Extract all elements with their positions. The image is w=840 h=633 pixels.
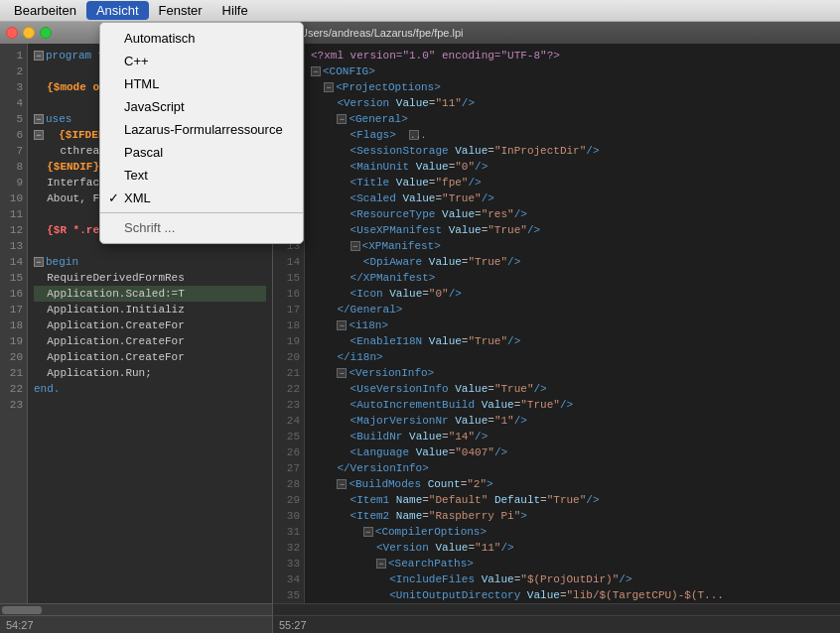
xml-line-7: <SessionStorage Value="InProjectDir"/> — [311, 143, 834, 159]
close-button[interactable] — [6, 27, 18, 39]
xml-line-21: −<VersionInfo> — [311, 365, 834, 381]
code-line-14: −begin — [34, 254, 266, 270]
code-line-19: Application.CreateFor — [34, 333, 266, 349]
xml-line-13: −<XPManifest> — [311, 238, 834, 254]
xml-cursor-pos: 55:27 — [279, 619, 307, 631]
dropdown-separator — [100, 212, 303, 213]
xml-line-30: <Item2 Name="Raspberry Pi"> — [311, 508, 834, 524]
xml-line-6: <Flags> ... — [311, 127, 834, 143]
xml-line-15: </XPManifest> — [311, 270, 834, 286]
menu-bearbeiten[interactable]: Bearbeiten — [4, 1, 86, 20]
xml-line-22: <UseVersionInfo Value="True"/> — [311, 381, 834, 397]
xml-line-20: </i18n> — [311, 349, 834, 365]
xml-line-25: <BuildNr Value="14"/> — [311, 429, 834, 444]
menu-ansicht[interactable]: Ansicht — [86, 1, 149, 20]
xml-line-32: <Version Value="11"/> — [311, 540, 834, 556]
xml-line-31: −<CompilerOptions> — [311, 524, 834, 540]
dropdown-item-javascript[interactable]: JavaScript — [100, 95, 303, 118]
code-line-15: RequireDerivedFormRes — [34, 270, 266, 286]
dropdown-item-schrift[interactable]: Schrift ... — [100, 216, 303, 239]
code-line-20: Application.CreateFor — [34, 349, 266, 365]
maximize-button[interactable] — [40, 27, 52, 39]
xml-panel: /Users/andreas/Lazarus/fpe/fpe.lpi 1 2 3… — [273, 22, 840, 633]
xml-line-34: <IncludeFiles Value="$(ProjOutDir)"/> — [311, 571, 834, 587]
code-scrollbar-h[interactable] — [0, 603, 272, 615]
xml-scrollbar-h[interactable] — [273, 603, 840, 615]
code-line-17: Application.Initializ — [34, 302, 266, 317]
xml-line-11: <ResourceType Value="res"/> — [311, 206, 834, 222]
code-line-22: end. — [34, 381, 266, 397]
xml-status-bar: 55:27 — [273, 615, 840, 633]
xml-line-33: −<SearchPaths> — [311, 556, 834, 571]
code-line-21: Application.Run; — [34, 365, 266, 381]
dropdown-item-xml[interactable]: XML — [100, 187, 303, 209]
menu-hilfe[interactable]: Hilfe — [212, 1, 258, 20]
code-status-bar: 54:27 — [0, 615, 272, 633]
xml-line-18: −<i18n> — [311, 317, 834, 333]
xml-line-5: −<General> — [311, 111, 834, 127]
code-cursor-pos: 54:27 — [6, 619, 34, 631]
menubar: Bearbeiten Ansicht Fenster Hilfe — [0, 0, 840, 22]
xml-line-1: <?xml version="1.0" encoding="UTF-8"?> — [311, 48, 834, 63]
dropdown-item-text[interactable]: Text — [100, 164, 303, 187]
xml-line-12: <UseXPManifest Value="True"/> — [311, 222, 834, 238]
xml-editor[interactable]: 1 2 3 4 5 6 7 8 9 10 11 12 13 14 15 16 1… — [273, 44, 840, 603]
xml-line-10: <Scaled Value="True"/> — [311, 190, 834, 206]
xml-line-2: −<CONFIG> — [311, 63, 834, 79]
xml-line-24: <MajorVersionNr Value="1"/> — [311, 413, 834, 429]
xml-line-23: <AutoIncrementBuild Value="True"/> — [311, 397, 834, 413]
xml-titlebar: /Users/andreas/Lazarus/fpe/fpe.lpi — [273, 22, 840, 44]
xml-line-28: −<BuildModes Count="2"> — [311, 476, 834, 492]
xml-line-35: <UnitOutputDirectory Value="lib/$(Target… — [311, 587, 834, 603]
xml-line-26: <Language Value="0407"/> — [311, 444, 834, 460]
xml-line-3: −<ProjectOptions> — [311, 79, 834, 95]
dropdown-item-cpp[interactable]: C++ — [100, 50, 303, 72]
code-line-23 — [34, 397, 266, 413]
xml-line-8: <MainUnit Value="0"/> — [311, 159, 834, 175]
line-numbers: 1 2 3 4 5 6 7 8 9 10 11 12 13 14 15 16 1 — [0, 44, 28, 603]
code-line-18: Application.CreateFor — [34, 317, 266, 333]
code-scrollbar-thumb[interactable] — [2, 606, 42, 614]
menu-fenster[interactable]: Fenster — [149, 1, 212, 20]
xml-line-4: <Version Value="11"/> — [311, 95, 834, 111]
dropdown-item-html[interactable]: HTML — [100, 72, 303, 95]
dropdown-item-pascal[interactable]: Pascal — [100, 141, 303, 164]
xml-line-29: <Item1 Name="Default" Default="True"/> — [311, 492, 834, 508]
xml-line-27: </VersionInfo> — [311, 460, 834, 476]
ansicht-dropdown-menu: Automatisch C++ HTML JavaScript Lazarus-… — [99, 22, 304, 244]
xml-panel-title: /Users/andreas/Lazarus/fpe/fpe.lpi — [297, 27, 464, 39]
xml-line-9: <Title Value="fpe"/> — [311, 175, 834, 190]
minimize-button[interactable] — [23, 27, 35, 39]
xml-line-17: </General> — [311, 302, 834, 317]
dropdown-item-automatisch[interactable]: Automatisch — [100, 27, 303, 50]
dropdown-item-lazarus[interactable]: Lazarus-Formularressource — [100, 118, 303, 141]
code-line-16: Application.Scaled:=T — [34, 286, 266, 302]
xml-line-19: <EnableI18N Value="True"/> — [311, 333, 834, 349]
xml-line-14: <DpiAware Value="True"/> — [311, 254, 834, 270]
xml-line-16: <Icon Value="0"/> — [311, 286, 834, 302]
xml-text-area[interactable]: <?xml version="1.0" encoding="UTF-8"?> −… — [305, 44, 840, 603]
